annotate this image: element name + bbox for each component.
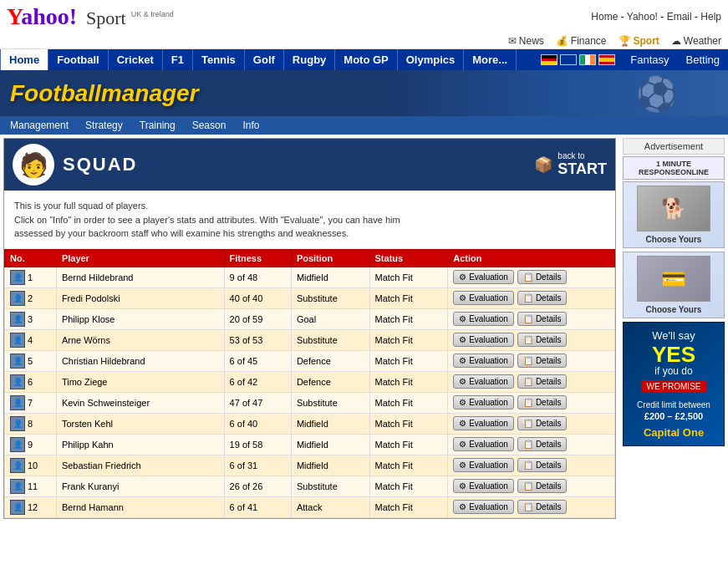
details-button[interactable]: 📋 Details: [517, 270, 568, 284]
fm-nav-strategy[interactable]: Strategy: [85, 120, 123, 131]
player-avatar: 👤: [10, 291, 25, 306]
ireland-flag-icon: [579, 54, 596, 65]
yahoo-link[interactable]: Yahoo!: [627, 11, 658, 23]
home-link[interactable]: Home: [591, 11, 618, 23]
top-links: Home - Yahoo! - Email - Help: [591, 11, 721, 23]
details-button[interactable]: 📋 Details: [517, 416, 568, 430]
fm-nav-training[interactable]: Training: [140, 120, 176, 131]
nav-golf[interactable]: Golf: [245, 49, 284, 70]
finance-nav-item[interactable]: 💰 Finance: [556, 35, 607, 47]
nav-right: Fantasy Betting: [622, 49, 728, 70]
player-position: Goal: [291, 308, 369, 329]
player-fitness: 6 of 45: [224, 350, 291, 371]
details-button[interactable]: 📋 Details: [517, 374, 568, 389]
player-fitness: 19 of 58: [224, 434, 291, 455]
action-buttons: ⚙ Evaluation 📋 Details: [453, 395, 609, 410]
player-fitness: 20 of 59: [224, 308, 291, 329]
evaluate-button[interactable]: ⚙ Evaluation: [453, 354, 514, 368]
evaluate-button[interactable]: ⚙ Evaluation: [453, 500, 514, 514]
fm-nav-info[interactable]: Info: [242, 120, 259, 131]
weather-label: Weather: [684, 35, 721, 47]
nav-rugby[interactable]: Rugby: [284, 49, 335, 70]
evaluate-button[interactable]: ⚙ Evaluation: [453, 479, 514, 493]
nav-olympics[interactable]: Olympics: [398, 49, 465, 70]
capital-logo: Capital One: [630, 426, 717, 439]
nav-football[interactable]: Football: [48, 49, 109, 70]
sport-nav-item[interactable]: 🏆 Sport: [619, 35, 659, 47]
player-position: Defence: [291, 371, 369, 392]
uk-ireland-label: UK & Ireland: [131, 10, 174, 18]
nav-cricket[interactable]: Cricket: [109, 49, 163, 70]
details-button[interactable]: 📋 Details: [517, 437, 568, 451]
player-fitness: 6 of 41: [224, 496, 291, 517]
player-position: Midfield: [291, 455, 369, 476]
player-status: Match Fit: [369, 434, 448, 455]
nav-fantasy[interactable]: Fantasy: [622, 49, 677, 70]
details-button[interactable]: 📋 Details: [517, 479, 568, 493]
player-action: ⚙ Evaluation 📋 Details: [448, 371, 615, 392]
ad-card-2[interactable]: 💳 Choose Yours: [623, 252, 725, 318]
details-button[interactable]: 📋 Details: [517, 333, 568, 347]
details-button[interactable]: 📋 Details: [517, 458, 568, 472]
evaluate-button[interactable]: ⚙ Evaluation: [453, 437, 514, 451]
nav-more[interactable]: More...: [464, 49, 517, 70]
fm-title: Footballmanager: [10, 80, 199, 107]
player-name: Sebastian Friedrich: [56, 455, 224, 476]
details-icon: 📋: [523, 502, 533, 511]
player-position: Defence: [291, 350, 369, 371]
german-flag-icon: [541, 54, 557, 65]
player-fitness: 6 of 40: [224, 413, 291, 434]
nav-home[interactable]: Home: [0, 49, 48, 70]
back-to-start-btn[interactable]: 📦 back to START: [534, 151, 607, 178]
player-no: 👤 11: [5, 476, 57, 496]
evaluate-button[interactable]: ⚙ Evaluation: [453, 374, 514, 389]
player-number: 7: [28, 398, 33, 408]
player-no: 👤 7: [5, 392, 57, 413]
details-button[interactable]: 📋 Details: [517, 291, 568, 305]
player-no: 👤 1: [5, 267, 57, 287]
player-no: 👤 8: [5, 413, 57, 434]
help-link[interactable]: Help: [700, 11, 721, 23]
details-icon: 📋: [523, 440, 533, 449]
eval-label: Evaluation: [469, 481, 508, 491]
one-minute-label: 1 MINUTE RESPONSEONLINE: [623, 156, 725, 180]
evaluate-button[interactable]: ⚙ Evaluation: [453, 333, 514, 347]
eval-label: Evaluation: [469, 460, 508, 470]
nav-tennis[interactable]: Tennis: [193, 49, 245, 70]
player-position: Substitute: [291, 392, 369, 413]
nav-betting[interactable]: Betting: [678, 49, 728, 70]
evaluate-button[interactable]: ⚙ Evaluation: [453, 270, 514, 284]
email-link[interactable]: Email: [667, 11, 692, 23]
details-button[interactable]: 📋 Details: [517, 395, 568, 410]
evaluate-button[interactable]: ⚙ Evaluation: [453, 395, 514, 410]
fm-nav-season[interactable]: Season: [192, 120, 227, 131]
ad-card-1[interactable]: 🐕 Choose Yours: [623, 181, 725, 248]
evaluate-button[interactable]: ⚙ Evaluation: [453, 291, 514, 305]
details-button[interactable]: 📋 Details: [517, 312, 568, 326]
eval-icon: ⚙: [459, 314, 466, 323]
player-status: Match Fit: [369, 350, 448, 371]
details-button[interactable]: 📋 Details: [517, 354, 568, 368]
details-label: Details: [536, 460, 562, 470]
player-status: Match Fit: [369, 496, 448, 517]
player-number: 10: [28, 460, 38, 471]
capital-one-ad[interactable]: We'll say YES if you do WE PROMISE Credi…: [623, 322, 725, 446]
news-nav-item[interactable]: ✉ News: [508, 35, 544, 47]
action-buttons: ⚙ Evaluation 📋 Details: [453, 333, 609, 347]
fm-nav-management[interactable]: Management: [10, 120, 69, 131]
evaluate-button[interactable]: ⚙ Evaluation: [453, 416, 514, 430]
player-name: Philipp Klose: [56, 308, 224, 329]
weather-nav-item[interactable]: ☁ Weather: [671, 35, 721, 47]
player-status: Match Fit: [369, 329, 448, 350]
player-fitness: 9 of 48: [224, 267, 291, 287]
evaluate-button[interactable]: ⚙ Evaluation: [453, 312, 514, 326]
nav-motogp[interactable]: Moto GP: [335, 49, 397, 70]
details-button[interactable]: 📋 Details: [517, 500, 568, 514]
nav-f1[interactable]: F1: [163, 49, 193, 70]
table-row: 👤 5 Christian Hildebrand 6 of 45 Defence…: [5, 350, 615, 371]
player-no: 👤 6: [5, 371, 57, 392]
player-name: Philipp Kahn: [56, 434, 224, 455]
player-avatar: 👤: [10, 437, 25, 452]
evaluate-button[interactable]: ⚙ Evaluation: [453, 458, 514, 472]
player-name: Christian Hildebrand: [56, 350, 224, 371]
